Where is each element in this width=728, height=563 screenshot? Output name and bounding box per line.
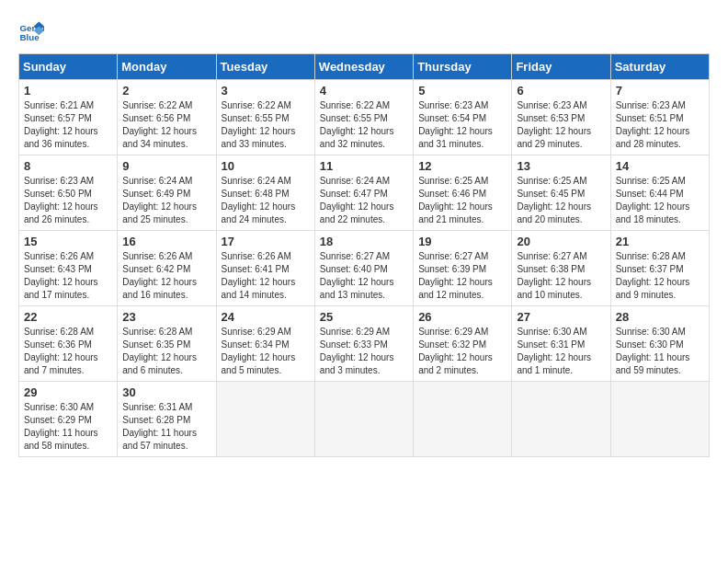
calendar-day: 21Sunrise: 6:28 AMSunset: 6:37 PMDayligh… [610,231,709,306]
day-detail: Sunrise: 6:27 AMSunset: 6:39 PMDaylight:… [418,251,493,300]
day-detail: Sunrise: 6:24 AMSunset: 6:49 PMDaylight:… [122,176,197,224]
calendar-day: 28Sunrise: 6:30 AMSunset: 6:30 PMDayligh… [610,306,709,382]
day-number: 14 [616,159,704,173]
calendar-day: 12Sunrise: 6:25 AMSunset: 6:46 PMDayligh… [414,155,512,231]
day-detail: Sunrise: 6:22 AMSunset: 6:55 PMDaylight:… [320,100,394,149]
day-number: 1 [24,84,112,98]
logo-icon: General Blue [18,18,44,44]
day-number: 24 [222,310,310,324]
day-detail: Sunrise: 6:29 AMSunset: 6:34 PMDaylight:… [222,327,296,375]
day-detail: Sunrise: 6:28 AMSunset: 6:35 PMDaylight:… [122,327,197,375]
calendar-day: 29Sunrise: 6:30 AMSunset: 6:29 PMDayligh… [19,382,118,457]
day-detail: Sunrise: 6:25 AMSunset: 6:46 PMDaylight:… [418,176,493,224]
day-number: 19 [418,235,506,248]
column-header-monday: Monday [118,54,216,80]
calendar-day: 19Sunrise: 6:27 AMSunset: 6:39 PMDayligh… [414,231,512,306]
day-detail: Sunrise: 6:26 AMSunset: 6:43 PMDaylight:… [24,251,98,300]
day-detail: Sunrise: 6:29 AMSunset: 6:32 PMDaylight:… [418,327,493,375]
calendar-day: 24Sunrise: 6:29 AMSunset: 6:34 PMDayligh… [216,306,314,382]
day-number: 9 [122,159,210,173]
day-number: 10 [222,159,310,173]
calendar-day: 13Sunrise: 6:25 AMSunset: 6:45 PMDayligh… [512,155,610,231]
day-number: 21 [616,235,704,248]
calendar-day: 9Sunrise: 6:24 AMSunset: 6:49 PMDaylight… [118,155,216,231]
calendar-day [512,382,610,457]
day-number: 17 [222,235,310,248]
calendar-day [414,382,512,457]
day-number: 23 [122,310,210,324]
day-number: 27 [517,310,605,324]
calendar-day: 6Sunrise: 6:23 AMSunset: 6:53 PMDaylight… [512,80,610,155]
calendar-week-row: 8Sunrise: 6:23 AMSunset: 6:50 PMDaylight… [19,155,710,231]
day-detail: Sunrise: 6:27 AMSunset: 6:38 PMDaylight:… [517,251,591,300]
day-detail: Sunrise: 6:30 AMSunset: 6:30 PMDaylight:… [616,327,690,375]
day-number: 25 [320,310,408,324]
day-detail: Sunrise: 6:23 AMSunset: 6:50 PMDaylight:… [24,176,98,224]
svg-text:Blue: Blue [19,32,40,42]
calendar-day: 11Sunrise: 6:24 AMSunset: 6:47 PMDayligh… [314,155,413,231]
calendar-day: 8Sunrise: 6:23 AMSunset: 6:50 PMDaylight… [19,155,118,231]
day-number: 30 [122,385,210,399]
day-number: 13 [517,159,605,173]
day-number: 20 [517,235,605,248]
day-number: 4 [320,84,408,98]
calendar-week-row: 15Sunrise: 6:26 AMSunset: 6:43 PMDayligh… [19,231,710,306]
day-detail: Sunrise: 6:23 AMSunset: 6:53 PMDaylight:… [517,100,591,149]
calendar-day: 10Sunrise: 6:24 AMSunset: 6:48 PMDayligh… [216,155,314,231]
column-header-tuesday: Tuesday [216,54,314,80]
calendar-week-row: 1Sunrise: 6:21 AMSunset: 6:57 PMDaylight… [19,80,710,155]
day-number: 8 [24,159,112,173]
day-detail: Sunrise: 6:31 AMSunset: 6:28 PMDaylight:… [122,402,197,451]
calendar-day: 23Sunrise: 6:28 AMSunset: 6:35 PMDayligh… [118,306,216,382]
calendar-week-row: 22Sunrise: 6:28 AMSunset: 6:36 PMDayligh… [19,306,710,382]
day-number: 7 [616,84,704,98]
day-detail: Sunrise: 6:22 AMSunset: 6:56 PMDaylight:… [122,100,197,149]
day-number: 26 [418,310,506,324]
calendar-header-row: SundayMondayTuesdayWednesdayThursdayFrid… [19,54,710,80]
calendar-day: 2Sunrise: 6:22 AMSunset: 6:56 PMDaylight… [118,80,216,155]
day-number: 29 [24,385,112,399]
day-detail: Sunrise: 6:26 AMSunset: 6:42 PMDaylight:… [122,251,197,300]
calendar-day: 4Sunrise: 6:22 AMSunset: 6:55 PMDaylight… [314,80,413,155]
calendar-day: 14Sunrise: 6:25 AMSunset: 6:44 PMDayligh… [610,155,709,231]
day-detail: Sunrise: 6:27 AMSunset: 6:40 PMDaylight:… [320,251,394,300]
calendar-day [610,382,709,457]
calendar-day: 20Sunrise: 6:27 AMSunset: 6:38 PMDayligh… [512,231,610,306]
day-number: 15 [24,235,112,248]
column-header-thursday: Thursday [414,54,512,80]
day-number: 22 [24,310,112,324]
day-detail: Sunrise: 6:25 AMSunset: 6:45 PMDaylight:… [517,176,591,224]
logo: General Blue [18,18,48,44]
column-header-friday: Friday [512,54,610,80]
calendar-day: 30Sunrise: 6:31 AMSunset: 6:28 PMDayligh… [118,382,216,457]
day-number: 16 [122,235,210,248]
day-detail: Sunrise: 6:29 AMSunset: 6:33 PMDaylight:… [320,327,394,375]
day-detail: Sunrise: 6:23 AMSunset: 6:51 PMDaylight:… [616,100,690,149]
calendar-day: 17Sunrise: 6:26 AMSunset: 6:41 PMDayligh… [216,231,314,306]
column-header-wednesday: Wednesday [314,54,413,80]
day-detail: Sunrise: 6:25 AMSunset: 6:44 PMDaylight:… [616,176,690,224]
day-detail: Sunrise: 6:26 AMSunset: 6:41 PMDaylight:… [222,251,296,300]
day-number: 18 [320,235,408,248]
calendar-day: 5Sunrise: 6:23 AMSunset: 6:54 PMDaylight… [414,80,512,155]
day-detail: Sunrise: 6:21 AMSunset: 6:57 PMDaylight:… [24,100,98,149]
calendar-day: 1Sunrise: 6:21 AMSunset: 6:57 PMDaylight… [19,80,118,155]
day-number: 28 [616,310,704,324]
day-detail: Sunrise: 6:23 AMSunset: 6:54 PMDaylight:… [418,100,493,149]
day-detail: Sunrise: 6:28 AMSunset: 6:36 PMDaylight:… [24,327,98,375]
day-number: 2 [122,84,210,98]
column-header-sunday: Sunday [19,54,118,80]
calendar-day: 3Sunrise: 6:22 AMSunset: 6:55 PMDaylight… [216,80,314,155]
calendar-table: SundayMondayTuesdayWednesdayThursdayFrid… [18,53,710,457]
day-detail: Sunrise: 6:28 AMSunset: 6:37 PMDaylight:… [616,251,690,300]
calendar-day: 27Sunrise: 6:30 AMSunset: 6:31 PMDayligh… [512,306,610,382]
column-header-saturday: Saturday [610,54,709,80]
calendar-day: 7Sunrise: 6:23 AMSunset: 6:51 PMDaylight… [610,80,709,155]
calendar-day: 16Sunrise: 6:26 AMSunset: 6:42 PMDayligh… [118,231,216,306]
calendar-day: 15Sunrise: 6:26 AMSunset: 6:43 PMDayligh… [19,231,118,306]
calendar-day: 18Sunrise: 6:27 AMSunset: 6:40 PMDayligh… [314,231,413,306]
day-detail: Sunrise: 6:22 AMSunset: 6:55 PMDaylight:… [222,100,296,149]
day-detail: Sunrise: 6:24 AMSunset: 6:48 PMDaylight:… [222,176,296,224]
day-detail: Sunrise: 6:24 AMSunset: 6:47 PMDaylight:… [320,176,394,224]
day-number: 6 [517,84,605,98]
